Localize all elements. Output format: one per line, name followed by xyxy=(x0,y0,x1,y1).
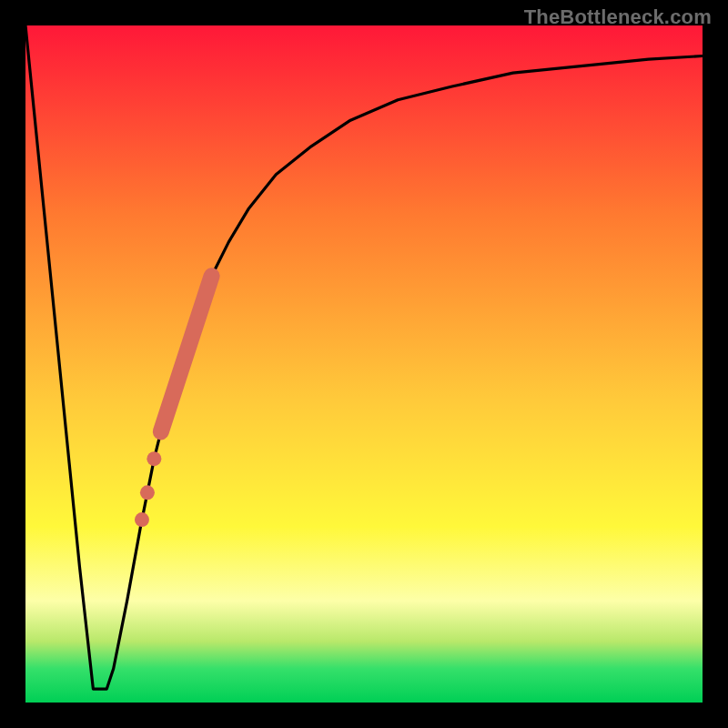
highlight-dot xyxy=(135,512,149,527)
attribution-text: TheBottleneck.com xyxy=(524,5,712,29)
highlight-dot xyxy=(140,485,155,500)
chart-frame xyxy=(0,0,728,728)
curve-layer xyxy=(25,25,703,703)
highlight-dots-group xyxy=(135,451,161,527)
highlight-dot xyxy=(147,451,161,466)
bottleneck-curve xyxy=(25,25,703,689)
highlight-thick-segment xyxy=(161,276,212,431)
plot-area xyxy=(25,25,703,703)
